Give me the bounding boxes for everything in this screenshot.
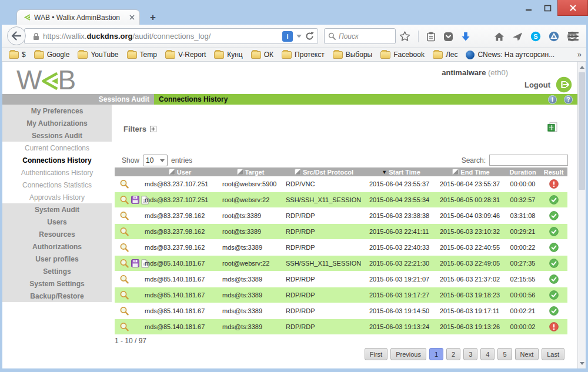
logout-icon[interactable]: [556, 76, 572, 93]
table-row[interactable]: mds@83.237.107.251root@websrv:5900RDP/VN…: [115, 176, 567, 192]
maximize-button[interactable]: [540, 2, 555, 14]
browser-search-input[interactable]: [339, 32, 386, 41]
sidebar-item-connections-history[interactable]: Connections History: [2, 154, 112, 166]
nav-section-label[interactable]: Sessions Audit: [2, 94, 154, 105]
zoom-session-icon[interactable]: [119, 306, 129, 316]
excel-export-icon[interactable]: [547, 122, 557, 133]
zoom-session-icon[interactable]: [119, 211, 129, 221]
page-button-last[interactable]: Last: [542, 348, 564, 360]
page-button-5[interactable]: 5: [497, 348, 512, 360]
column-header-start-time[interactable]: ▼Start Time: [366, 167, 436, 176]
column-header-src-dst-protocol[interactable]: Src/Dst Protocol: [282, 167, 366, 176]
bookmark-item[interactable]: CNews: На аутсорсин...: [462, 49, 558, 61]
page-action-icon[interactable]: i: [282, 31, 293, 42]
table-row[interactable]: mds@83.237.98.162root@ts:3389RDP/RDP2015…: [115, 224, 567, 240]
bookmark-item[interactable]: Кунц: [211, 49, 246, 60]
sidebar-item-my-preferences[interactable]: My Preferences: [2, 105, 112, 117]
minimize-button[interactable]: [521, 2, 536, 14]
zoom-session-icon[interactable]: [119, 259, 129, 269]
sort-icon[interactable]: [237, 169, 243, 175]
sidebar-item-system-settings[interactable]: System Settings: [2, 277, 112, 290]
column-header-user[interactable]: User: [141, 167, 219, 176]
table-row[interactable]: mds@85.140.181.67root@websrv:22SSH/SSH_X…: [115, 256, 567, 272]
url-dropdown-icon[interactable]: [296, 35, 302, 38]
table-row[interactable]: mds@83.237.98.162root@ts:3389RDP/RDP2015…: [115, 208, 567, 224]
bookmark-item[interactable]: Temp: [123, 49, 161, 60]
sidebar-item-users[interactable]: Users: [2, 216, 112, 228]
send-tab-icon[interactable]: [512, 32, 523, 42]
zoom-session-icon[interactable]: [119, 195, 129, 205]
zoom-session-icon[interactable]: [119, 274, 129, 284]
table-row[interactable]: mds@85.140.181.67mds@ts:3389RDP/RDP2015-…: [115, 272, 567, 287]
download-recording-icon[interactable]: [131, 259, 139, 267]
zoom-session-icon[interactable]: [119, 179, 129, 189]
pocket-icon[interactable]: [443, 32, 453, 42]
new-tab-button[interactable]: +: [146, 12, 160, 24]
download-recording-icon[interactable]: [131, 196, 139, 204]
zoom-session-icon[interactable]: [119, 290, 129, 300]
nav-active-label[interactable]: Connections History: [159, 95, 228, 103]
bookmarks-overflow-icon[interactable]: »: [577, 50, 582, 59]
entries-select[interactable]: 10: [143, 155, 168, 166]
downloads-icon[interactable]: [461, 32, 470, 42]
logout-label[interactable]: Logout: [524, 81, 550, 89]
back-button[interactable]: [7, 26, 26, 45]
skype-icon[interactable]: S: [530, 31, 541, 42]
sidebar-item-system-audit[interactable]: System Audit: [2, 203, 112, 216]
sidebar-item-current-connections[interactable]: Current Connections: [2, 142, 112, 154]
browser-tab[interactable]: WAB • Wallix AdminBastion: [16, 9, 140, 25]
page-button-first[interactable]: First: [365, 348, 387, 360]
bookmark-star-icon[interactable]: [399, 31, 410, 42]
bookmark-item[interactable]: V-Report: [162, 49, 209, 60]
bookmark-item[interactable]: Лес: [429, 49, 462, 60]
zoom-session-icon[interactable]: [119, 322, 129, 332]
column-header-end-time[interactable]: End Time: [436, 167, 506, 176]
page-button-2[interactable]: 2: [446, 348, 460, 360]
url-text[interactable]: https://wallix.duckdns.org/audit/connect…: [43, 32, 279, 41]
table-row[interactable]: mds@83.237.98.162mds@ts:3389RDP/RDP2015-…: [115, 240, 567, 256]
help-icon[interactable]: ?: [564, 95, 573, 104]
zoom-session-icon[interactable]: [119, 227, 129, 237]
home-icon[interactable]: [494, 32, 505, 42]
sort-desc-icon[interactable]: ▼: [382, 169, 387, 175]
sidebar-item-approvals-history[interactable]: Approvals History: [2, 191, 112, 203]
column-header-target[interactable]: Target: [219, 167, 282, 176]
table-row[interactable]: mds@85.140.181.67mds@ts:3389RDP/RDP2015-…: [115, 319, 567, 335]
bookmark-item[interactable]: ОК: [248, 49, 277, 60]
sort-icon[interactable]: [452, 169, 459, 175]
bookmark-item[interactable]: Facebook: [377, 49, 428, 60]
sidebar-item-authentications-history[interactable]: Authentications History: [2, 166, 112, 179]
table-row[interactable]: mds@85.140.181.67mds@ts:3389RDP/RDP2015-…: [115, 303, 567, 319]
sidebar-item-resources[interactable]: Resources: [2, 228, 112, 240]
bookmark-item[interactable]: Google: [31, 49, 74, 60]
bookmark-item[interactable]: Протекст: [278, 49, 328, 60]
sidebar-item-my-authorizations[interactable]: My Authorizations: [2, 117, 112, 129]
sort-icon[interactable]: [295, 169, 301, 175]
page-scrollbar[interactable]: [577, 62, 586, 368]
sidebar-item-sessions-audit[interactable]: Sessions Audit: [2, 129, 112, 142]
zoom-session-icon[interactable]: [119, 243, 129, 253]
sidebar-item-authorizations[interactable]: Authorizations: [2, 240, 112, 253]
page-button-3[interactable]: 3: [463, 348, 477, 360]
tab-close-icon[interactable]: [129, 15, 135, 20]
table-row[interactable]: mds@83.237.107.251root@websrv:22SSH/SSH_…: [115, 192, 567, 208]
page-button-4[interactable]: 4: [480, 348, 495, 360]
bookmark-item[interactable]: YouTube: [74, 49, 122, 60]
scrollbar-thumb[interactable]: [579, 72, 585, 190]
info-icon[interactable]: i: [548, 95, 557, 104]
scroll-down-icon[interactable]: [578, 359, 586, 367]
table-row[interactable]: mds@85.140.181.67mds@ts:3389RDP/RDP2015-…: [115, 287, 567, 303]
reload-icon[interactable]: [305, 32, 314, 41]
page-button-previous[interactable]: Previous: [390, 348, 426, 360]
sidebar-item-settings[interactable]: Settings: [2, 265, 112, 277]
page-button-1[interactable]: 1: [429, 348, 443, 360]
expand-plus-icon[interactable]: [150, 126, 156, 132]
close-button[interactable]: [557, 0, 588, 16]
search-bar[interactable]: [324, 28, 396, 44]
bookmarks-menu-icon[interactable]: [426, 32, 436, 42]
table-search-input[interactable]: [489, 155, 568, 166]
sidebar-item-connections-statistics[interactable]: Connections Statistics: [2, 179, 112, 191]
filters-toggle[interactable]: Filters: [123, 125, 156, 133]
bookmark-item[interactable]: Выборы: [329, 49, 376, 60]
sidebar-item-user-profiles[interactable]: User profiles: [2, 253, 112, 265]
